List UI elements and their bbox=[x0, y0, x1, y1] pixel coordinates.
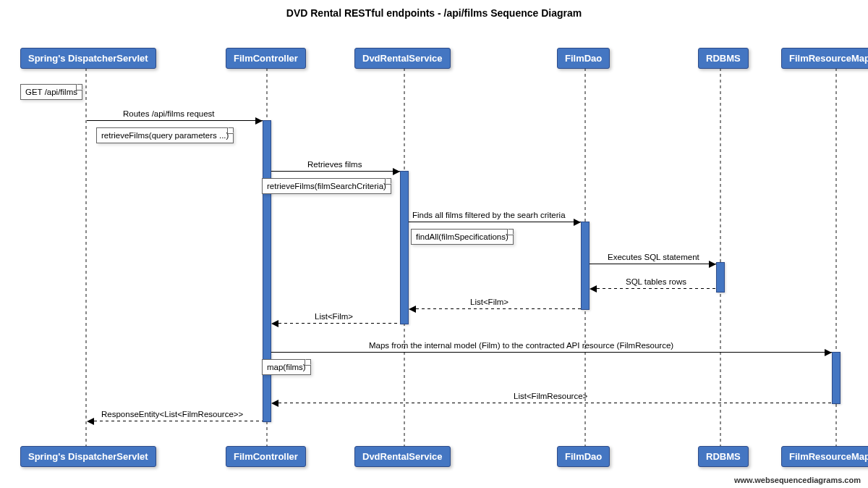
diagram-title: DVD Rental RESTful endpoints - /api/film… bbox=[7, 7, 861, 19]
note-retrieve-criteria: retrieveFilms(filmSearchCriteria) bbox=[262, 178, 391, 194]
arrowhead-m7 bbox=[271, 320, 278, 327]
msg-exec-sql: Executes SQL statement bbox=[608, 253, 699, 261]
note-retrieve-query: retrieveFilms(query parameters ...) bbox=[96, 127, 234, 143]
arrowhead-m9 bbox=[271, 400, 278, 407]
arrow-m5 bbox=[597, 288, 716, 289]
msg-list-filmresource: List<FilmResource> bbox=[514, 392, 587, 400]
note-map-films: map(films) bbox=[262, 359, 311, 375]
participant-dispatcher-bot: Spring's DispatcherServlet bbox=[20, 446, 156, 467]
participant-dao-bot: FilmDao bbox=[557, 446, 610, 467]
msg-sql-rows: SQL tables rows bbox=[626, 277, 686, 286]
note-find-all: findAll(filmSpecifications) bbox=[411, 229, 514, 245]
msg-response-entity: ResponseEntity<List<FilmResource>> bbox=[101, 410, 243, 418]
participant-rdbms-top: RDBMS bbox=[698, 48, 749, 69]
arrowhead-m8 bbox=[825, 349, 832, 356]
note-get-endpoint: GET /api/films bbox=[20, 84, 82, 100]
lifeline-rdbms bbox=[720, 68, 721, 446]
sequence-diagram-canvas: Spring's DispatcherServlet FilmControlle… bbox=[7, 26, 861, 475]
msg-retrieves-films: Retrieves films bbox=[307, 160, 362, 169]
arrow-m1 bbox=[87, 120, 263, 121]
participant-service-top: DvdRentalService bbox=[354, 48, 451, 69]
participant-mapper-bot: FilmResourceMapper bbox=[781, 446, 868, 467]
msg-list-film-2: List<Film> bbox=[315, 312, 353, 321]
participant-controller-bot: FilmController bbox=[226, 446, 306, 467]
activation-rdbms bbox=[716, 262, 725, 293]
arrowhead-m3 bbox=[574, 219, 581, 226]
activation-service bbox=[400, 171, 409, 324]
participant-service-bot: DvdRentalService bbox=[354, 446, 451, 467]
arrow-m10 bbox=[94, 421, 263, 421]
attribution-text: www.websequencediagrams.com bbox=[734, 476, 861, 484]
arrowhead-m1 bbox=[255, 117, 263, 125]
arrowhead-m4 bbox=[709, 261, 716, 268]
msg-route-request: Routes /api/films request bbox=[123, 109, 215, 118]
msg-list-film-1: List<Film> bbox=[470, 298, 509, 306]
msg-find-all: Finds all films filtered by the searh cr… bbox=[412, 211, 566, 219]
arrow-m2 bbox=[271, 171, 400, 172]
arrow-m3 bbox=[409, 222, 581, 222]
arrow-m9 bbox=[278, 403, 832, 403]
participant-mapper-top: FilmResourceMapper bbox=[781, 48, 868, 69]
msg-maps-model: Maps from the internal model (Film) to t… bbox=[369, 341, 673, 350]
lifeline-dispatcher bbox=[85, 68, 87, 446]
arrow-m8 bbox=[271, 352, 832, 353]
arrowhead-m5 bbox=[590, 285, 597, 293]
activation-mapper bbox=[832, 352, 841, 404]
activation-controller bbox=[263, 120, 271, 422]
participant-dao-top: FilmDao bbox=[557, 48, 610, 69]
arrow-m4 bbox=[590, 264, 716, 264]
arrow-m6 bbox=[416, 308, 581, 309]
participant-dispatcher-top: Spring's DispatcherServlet bbox=[20, 48, 156, 69]
participant-rdbms-bot: RDBMS bbox=[698, 446, 749, 467]
participant-controller-top: FilmController bbox=[226, 48, 306, 69]
arrowhead-m10 bbox=[87, 418, 94, 425]
arrow-m7 bbox=[278, 323, 400, 324]
activation-dao bbox=[581, 222, 590, 310]
arrowhead-m6 bbox=[409, 306, 416, 313]
arrowhead-m2 bbox=[393, 168, 400, 175]
